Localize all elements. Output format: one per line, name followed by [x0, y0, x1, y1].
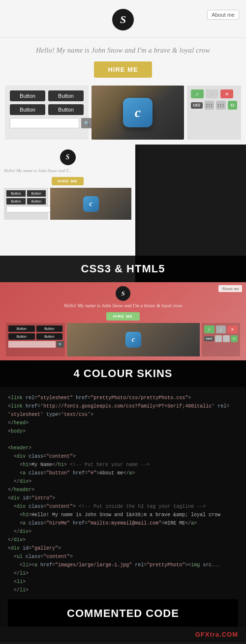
toggle-on[interactable]: O [228, 101, 237, 110]
app-icon-letter: c [135, 105, 141, 120]
commented-code-label: COMMENTED CODE [8, 599, 238, 627]
search-button[interactable]: 🔍 [81, 118, 92, 128]
toggle-off-row: OFF O [191, 101, 237, 110]
about-me-button[interactable]: About me [207, 10, 239, 20]
skin1-dots-2[interactable] [223, 335, 230, 342]
skin1-app-icon: c [125, 332, 141, 348]
skin1-hire-btn[interactable]: HIRE ME [106, 312, 140, 321]
skin1-toggle-check[interactable]: ✓ [204, 325, 215, 333]
photo-placeholder: c [92, 86, 184, 140]
toggle-dots-2[interactable] [216, 101, 225, 110]
search-input[interactable] [10, 118, 79, 128]
skin1-search-btn[interactable]: 🔍 [57, 341, 64, 348]
code-block: <link rel="stylesheet" href="prettyPhoto… [8, 394, 238, 594]
fg-tagline: Hello! My name is John Snow and T... [4, 168, 131, 173]
skin1-btn-2[interactable]: Button [36, 325, 63, 332]
fg-button-1[interactable]: Button [6, 190, 26, 197]
fg-logo: S [60, 149, 76, 165]
app-icon: c [123, 98, 153, 127]
skin1-search-input[interactable] [8, 341, 56, 348]
photo-box: c [92, 86, 184, 140]
hire-me-button[interactable]: HIRE ME [94, 61, 152, 78]
fg-button-2[interactable]: Button [27, 190, 46, 197]
skin1-photo: c [67, 323, 200, 356]
button-dark-3[interactable]: Button [10, 104, 45, 115]
skin1-app-letter: c [132, 336, 135, 344]
toggle-row-1: ✓ ○ ✕ [191, 89, 237, 98]
fg-app-icon: c [83, 196, 99, 212]
toggle-off[interactable]: OFF [191, 102, 203, 109]
gfxtra-watermark: GFXtra.COM [0, 627, 246, 642]
button-dark-4[interactable]: Button [48, 104, 84, 115]
fg-button-4[interactable]: Button [27, 198, 46, 205]
section-white: S About me Hello! My name is John Snow a… [0, 0, 246, 145]
search-row: 🔍 [10, 118, 84, 128]
skin1-btn-3[interactable]: Button [8, 333, 35, 340]
code-section: <link rel="stylesheet" href="prettyPhoto… [0, 387, 246, 627]
colour-skins-section: About me S Hello! My name is John Snow a… [0, 282, 246, 387]
skin1-btn-1[interactable]: Button [8, 325, 35, 332]
logo-icon: S [112, 9, 134, 30]
toggle-x[interactable]: ✕ [220, 89, 233, 98]
toggle-circle[interactable]: ○ [206, 89, 218, 98]
fg-photo-box: c [50, 188, 131, 220]
skin1-toggle-circle[interactable]: ○ [216, 325, 226, 333]
tagline-text: Hello! My name is John Snow and I'm a br… [0, 38, 246, 61]
skin1-toggle-x[interactable]: ✕ [227, 325, 238, 333]
button-row-1: Button Button [10, 90, 84, 101]
skin1-toggle-off[interactable]: OFF [204, 336, 214, 341]
skin1-toggle-on[interactable]: O [231, 335, 238, 342]
fg-hire-button[interactable]: HIRE ME [52, 177, 83, 185]
fg-search-input[interactable] [6, 206, 54, 212]
css3-html5-label: CSS3 & HTML5 [0, 256, 246, 282]
colour-skins-label: 4 COLOUR SKINS [0, 360, 246, 387]
button-row-2: Button Button [10, 104, 84, 115]
fg-app-letter: c [89, 200, 92, 208]
skin1-btn-4[interactable]: Button [36, 333, 63, 340]
hire-me-wrapper: HIRE ME [0, 61, 246, 86]
fg-content-row: Button Button Button Button 🔍 c [4, 188, 131, 220]
fg-ui-box: Button Button Button Button 🔍 [4, 188, 48, 220]
css3-html5-section: <!a charset="UTF-8"> <tle>My Portfolio T… [0, 145, 246, 282]
skin1-toggle-box: ✓ ○ ✕ OFF O [202, 323, 240, 356]
toggle-dots-1[interactable] [205, 101, 214, 110]
fg-button-3[interactable]: Button [6, 198, 26, 205]
ui-controls-box: Button Button Button Button 🔍 [5, 86, 89, 140]
header-bar: S About me [0, 0, 246, 38]
toggle-check[interactable]: ✓ [191, 89, 204, 98]
toggle-box: ✓ ○ ✕ OFF O [187, 86, 241, 140]
skin1-dots-1[interactable] [215, 335, 222, 342]
button-dark-1[interactable]: Button [10, 90, 45, 101]
fg-hire-wrapper: HIRE ME [4, 176, 131, 185]
content-row: Button Button Button Button 🔍 c [0, 86, 246, 145]
button-dark-2[interactable]: Button [48, 90, 84, 101]
